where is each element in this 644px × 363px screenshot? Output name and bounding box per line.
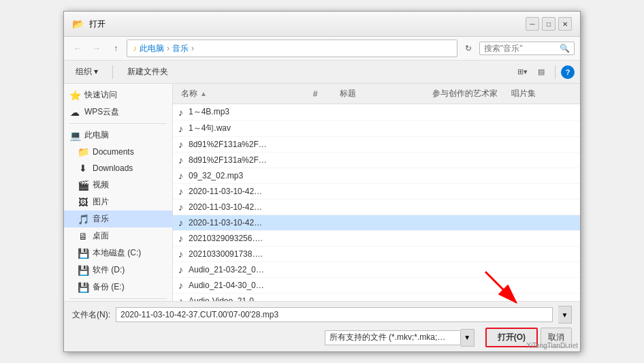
col-header-name[interactable]: 名称 ▲	[178, 86, 310, 101]
sidebar-item-documents[interactable]: 📁 Documents	[64, 144, 172, 160]
file-row[interactable]: ♪20210330091738….	[173, 247, 580, 262]
quick-access-icon: ⭐	[69, 90, 80, 101]
file-name: 20210330091738….	[189, 249, 263, 259]
toolbar: 组织 ▾ 新建文件夹 ⊞▾ ▤ ?	[64, 61, 580, 84]
sidebar-item-software-d[interactable]: 💾 软件 (D:)	[64, 262, 172, 279]
file-row[interactable]: ♪Audio_21-04-30_0…	[173, 278, 580, 294]
breadcrumb-part2[interactable]: 音乐	[172, 43, 189, 54]
file-name: Audio_21-03-22_0…	[189, 265, 264, 274]
pictures-icon: 🖼	[78, 197, 88, 208]
file-row[interactable]: ♪1～4B.mp3	[173, 104, 580, 121]
filetype-dropdown[interactable]: ▼	[461, 329, 474, 347]
file-icon: ♪	[178, 107, 183, 118]
documents-icon: 📁	[78, 146, 88, 157]
desktop-icon: 🖥	[78, 231, 88, 242]
file-row[interactable]: ♪1～4句.wav	[173, 121, 580, 137]
col-header-number[interactable]: #	[310, 88, 337, 100]
col-header-title[interactable]: 标题	[337, 86, 430, 101]
close-button[interactable]: ✕	[558, 17, 572, 31]
file-icon: ♪	[178, 139, 183, 150]
file-icon: ♪	[178, 296, 183, 301]
sidebar-item-videos[interactable]: 🎬 视频	[64, 176, 172, 193]
back-button[interactable]: ←	[69, 40, 86, 57]
sidebar-divider2	[69, 298, 167, 299]
col-num-label: #	[313, 89, 318, 99]
title-bar-title: 打开	[89, 18, 106, 30]
sidebar-item-desktop[interactable]: 🖥 桌面	[64, 227, 172, 244]
sidebar-label-music: 音乐	[93, 213, 109, 225]
sidebar-label-desktop: 桌面	[93, 230, 109, 242]
file-name-cell: ♪Audio_21-03-22_0…	[178, 264, 310, 275]
refresh-button[interactable]: ↻	[460, 40, 477, 57]
minimize-button[interactable]: ─	[526, 17, 539, 31]
file-area: 名称 ▲ # 标题 参与创作的艺术家 唱片集	[173, 84, 580, 301]
organize-button[interactable]: 组织 ▾	[69, 63, 104, 80]
file-name: 20210329093256….	[189, 234, 263, 243]
file-name: 1～4句.wav	[189, 123, 231, 134]
toolbar-separator2	[555, 65, 556, 79]
sidebar-item-backup-e[interactable]: 💾 备份 (E:)	[64, 279, 172, 296]
view-icon2-button[interactable]: ▤	[533, 64, 549, 80]
file-name-cell: ♪8d91%2F131a%2F…	[178, 139, 310, 150]
file-name: 09_32_02.mp3	[189, 171, 243, 180]
col-header-album[interactable]: 唱片集	[509, 86, 575, 101]
filetype-input[interactable]	[325, 330, 461, 345]
col-artist-label: 参与创作的艺术家	[432, 88, 498, 99]
filetype-box: ▼	[325, 329, 474, 347]
downloads-icon: ⬇	[78, 163, 88, 174]
sidebar-item-this-pc[interactable]: 💻 此电脑	[64, 127, 172, 144]
watermark: XiTongTianDi.net	[526, 342, 578, 349]
software-d-icon: 💾	[78, 265, 88, 276]
file-icon: ♪	[178, 233, 183, 244]
file-name-cell: ♪2020-11-03-10-42…	[178, 202, 310, 212]
music-icon: 🎵	[78, 214, 88, 225]
file-header: 名称 ▲ # 标题 参与创作的艺术家 唱片集	[173, 84, 580, 104]
sidebar-label-documents: Documents	[93, 147, 134, 157]
file-icon: ♪	[178, 170, 183, 181]
forward-button[interactable]: →	[88, 40, 105, 57]
file-icon: ♪	[178, 249, 183, 259]
file-name: Audio-Video_21-0…	[189, 296, 262, 301]
file-row[interactable]: ♪Audio_21-03-22_0…	[173, 262, 580, 278]
col-name-label: 名称	[181, 88, 197, 99]
file-icon: ♪	[178, 155, 183, 165]
file-icon: ♪	[178, 202, 183, 212]
file-row[interactable]: ♪8d91%2F131a%2F…	[173, 153, 580, 168]
col-header-artist[interactable]: 参与创作的艺术家	[430, 86, 509, 101]
sidebar-label-wps-cloud: WPS云盘	[84, 106, 119, 118]
filename-label: 文件名(N):	[72, 309, 110, 321]
file-row[interactable]: ♪8d91%2F131a%2F…	[173, 137, 580, 153]
up-button[interactable]: ↑	[108, 40, 124, 57]
file-row[interactable]: ♪2020-11-03-10-42…	[173, 215, 580, 231]
filename-dropdown[interactable]: ▼	[558, 306, 572, 323]
sidebar-item-local-disk-c[interactable]: 💾 本地磁盘 (C:)	[64, 244, 172, 262]
file-row[interactable]: ♪09_32_02.mp3	[173, 168, 580, 184]
sidebar-item-quick-access[interactable]: ⭐ 快速访问	[64, 86, 172, 104]
breadcrumb-part1[interactable]: 此电脑	[140, 43, 164, 54]
file-row[interactable]: ♪2020-11-03-10-42…	[173, 184, 580, 200]
file-row[interactable]: ♪2020-11-03-10-42…	[173, 200, 580, 215]
sidebar-label-pictures: 图片	[93, 196, 109, 208]
sort-arrow: ▲	[200, 90, 207, 97]
file-row[interactable]: ♪Audio-Video_21-0…	[173, 294, 580, 301]
file-name-cell: ♪20210329093256….	[178, 233, 310, 244]
new-folder-button[interactable]: 新建文件夹	[121, 63, 174, 80]
file-list: ♪1～4B.mp3♪1～4句.wav♪8d91%2F131a%2F…♪8d91%…	[173, 104, 580, 301]
sidebar-item-pictures[interactable]: 🖼 图片	[64, 193, 172, 210]
file-row[interactable]: ♪20210329093256….	[173, 231, 580, 247]
search-input[interactable]	[484, 44, 557, 53]
bottom-area: 文件名(N): ▼ ▼ 打开(O) 取消	[64, 302, 580, 351]
title-bar-icon: 📂	[72, 18, 84, 29]
file-name: 2020-11-03-10-42…	[189, 187, 262, 196]
view-icon1-button[interactable]: ⊞▾	[514, 64, 530, 80]
col-title-label: 标题	[340, 88, 356, 99]
sidebar-item-music[interactable]: 🎵 音乐	[64, 210, 172, 227]
file-icon: ♪	[178, 186, 183, 197]
breadcrumb[interactable]: ♪ 此电脑 › 音乐 ›	[127, 40, 457, 57]
filename-input[interactable]	[116, 307, 553, 322]
sidebar-item-wps-cloud[interactable]: ☁ WPS云盘	[64, 104, 172, 121]
help-button[interactable]: ?	[561, 65, 575, 79]
local-disk-c-icon: 💾	[78, 248, 88, 259]
maximize-button[interactable]: □	[542, 17, 556, 31]
sidebar-item-downloads[interactable]: ⬇ Downloads	[64, 160, 172, 176]
